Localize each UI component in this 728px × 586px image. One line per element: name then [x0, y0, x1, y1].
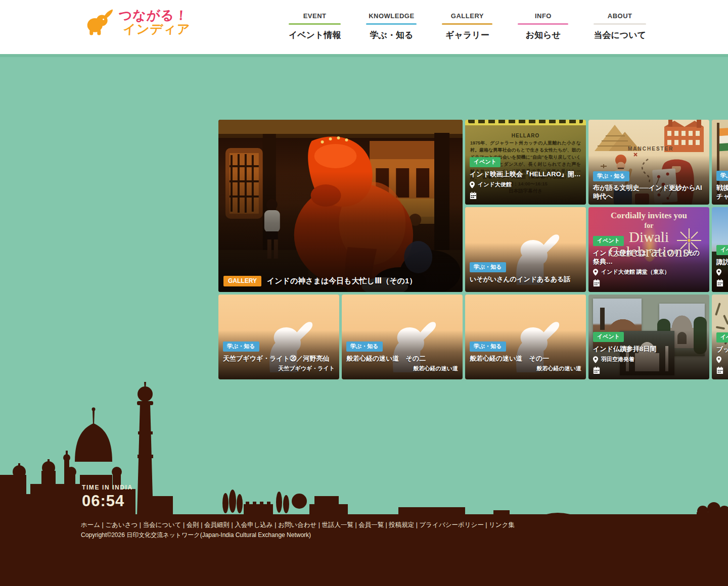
card-title: 布が語る文明史──インド更紗からAI時代へ — [593, 184, 705, 201]
card-subtitle: 般若心経の迷い道 — [346, 365, 458, 372]
calendar-icon — [593, 367, 600, 374]
card-cloth-history[interactable]: MANCHESTER 学ぶ・知る 布が語る文明史──インド更紗からAI時代へ — [588, 120, 709, 205]
card-title: インド大使館では「ディワリ（光の祭典… — [593, 249, 705, 266]
nav-item-info[interactable]: INFO お知らせ — [518, 12, 568, 41]
footer-link-home[interactable]: ホーム — [81, 521, 105, 528]
card-location: インド大使館 講堂（東京） — [601, 268, 670, 276]
nav-jp-label: お知らせ — [526, 29, 561, 41]
map-pin-icon — [593, 356, 598, 363]
logo-text-line2: インディア — [118, 23, 191, 36]
card-title: 諏訪 — [716, 258, 728, 267]
card-title: 天竺ブギウギ・ライト⑳／河野亮仙 — [223, 354, 335, 363]
footer-link-links[interactable]: リンク集 — [489, 521, 515, 528]
card-diwali-event[interactable]: Cordially invites you for Diwali Celebra… — [588, 207, 709, 292]
card-title: 般若心経の迷い道 その一 — [470, 354, 581, 363]
learn-badge: 学ぶ・知る — [593, 171, 629, 181]
event-badge: イベント — [470, 157, 500, 167]
learn-badge: 学ぶ・知る — [470, 262, 506, 272]
featured-title: インドの神さまは今日も大忙しⅢ（その1） — [267, 276, 417, 286]
event-badge: イベント — [716, 245, 728, 255]
card-grid: GALLERY インドの神さまは今日も大忙しⅢ（その1） HELLARO 197… — [218, 120, 728, 379]
card-book-event-clipped[interactable]: イベント ブッ — [712, 295, 728, 379]
nav-underline — [518, 23, 568, 25]
nav-underline — [594, 23, 646, 25]
poster-line1: Cordially invites you — [588, 211, 709, 221]
event-badge: イベント — [716, 332, 728, 343]
footer-link-greeting[interactable]: ごあいさつ — [105, 521, 143, 528]
nav-item-gallery[interactable]: GALLERY ギャラリー — [442, 12, 492, 41]
footer-link-contact[interactable]: お問い合わせ — [278, 521, 322, 528]
footer-link-privacy[interactable]: プライバシーポリシー — [420, 521, 489, 528]
card-tenjiku-boogie[interactable]: 学ぶ・知る 天竺ブギウギ・ライト⑳／河野亮仙 天竺ブギウギ・ライト — [218, 295, 339, 379]
calendar-icon — [716, 279, 723, 286]
nav-jp-label: ギャラリー — [445, 29, 489, 41]
card-title: ブッ — [716, 345, 728, 354]
nav-item-knowledge[interactable]: KNOWLEDGE 学ぶ・知る — [366, 12, 417, 41]
footer-link-about[interactable]: 当会について — [143, 521, 186, 528]
calendar-icon — [716, 367, 723, 374]
site-logo[interactable]: つながる！ インディア — [85, 8, 191, 36]
nav-jp-label: イベント情報 — [289, 29, 341, 41]
logo-text-line1: つながる！ — [118, 9, 191, 22]
footer-link-members[interactable]: 会員一覧 — [358, 521, 389, 528]
footer-link-rules[interactable]: 会則 — [187, 521, 204, 528]
card-location: 羽田空港発着 — [601, 356, 634, 363]
map-pin-icon — [716, 356, 721, 363]
event-badge: イベント — [593, 236, 624, 246]
footer-link-posting-rules[interactable]: 投稿規定 — [389, 521, 419, 528]
event-badge: イベント — [593, 332, 624, 342]
calendar-icon — [593, 279, 600, 286]
footer-link-join[interactable]: 入会申し込み — [235, 521, 278, 528]
site-header: つながる！ インディア EVENT イベント情報 KNOWLEDGE 学ぶ・知る… — [0, 0, 728, 54]
nav-en-label: GALLERY — [451, 12, 484, 20]
time-value: 06:54 — [82, 492, 133, 510]
gallery-badge: GALLERY — [223, 276, 261, 286]
footer-link-organizers[interactable]: 世話人一覧 — [322, 521, 358, 528]
learn-badge: 学ぶ・知る — [346, 341, 383, 352]
nav-underline — [289, 23, 341, 25]
card-subtitle: 天竺ブギウギ・ライト — [223, 365, 335, 372]
nav-jp-label: 当会について — [594, 29, 646, 41]
learn-badge: 学ぶ・知る — [716, 171, 728, 181]
nav-underline — [366, 23, 417, 25]
learn-badge: 学ぶ・知る — [223, 341, 259, 352]
card-postwar-clipped[interactable]: 学ぶ・知る 戦後 チャ — [712, 120, 728, 205]
india-time-widget: TIME IN INDIA 06:54 — [82, 484, 133, 510]
nav-en-label: ABOUT — [608, 12, 632, 20]
card-hellaro-event[interactable]: HELLARO 1975年、グジャラート州カッチの人里離れた小さな村。厳格な男尊… — [465, 120, 586, 205]
elephant-logo-icon — [85, 8, 114, 36]
footer-link-bylaws[interactable]: 会員細則 — [204, 521, 235, 528]
card-featured-gallery[interactable]: GALLERY インドの神さまは今日も大忙しⅢ（その1） — [218, 120, 463, 292]
map-pin-icon — [470, 181, 475, 188]
card-title-line1: 戦後 — [716, 183, 728, 192]
card-pilgrimage-event[interactable]: イベント インド仏蹟参拝8日間 羽田空港発着 — [588, 295, 709, 379]
manchester-label: MANCHESTER — [628, 146, 674, 152]
card-title: 般若心経の迷い道 その二 — [346, 354, 458, 363]
main-nav: EVENT イベント情報 KNOWLEDGE 学ぶ・知る GALLERY ギャラ… — [289, 12, 646, 41]
nav-item-event[interactable]: EVENT イベント情報 — [289, 12, 341, 41]
nav-jp-label: 学ぶ・知る — [370, 29, 414, 41]
footer-links: ホームごあいさつ当会について会則会員細則入会申し込みお問い合わせ世話人一覧会員一… — [81, 521, 515, 529]
copyright-text: Copyright©2026 日印文化交流ネットワーク(Japan-India … — [81, 531, 311, 540]
card-subtitle: 般若心経の迷い道 — [470, 365, 581, 372]
map-pin-icon — [593, 269, 598, 276]
card-title: インド映画上映会『HELLARO』開… — [470, 170, 581, 179]
card-location: インド大使館 — [478, 181, 512, 188]
card-isogai-knowledge[interactable]: 学ぶ・知る いそがいさんのインドあるある話 — [465, 207, 586, 292]
calendar-icon — [470, 192, 477, 199]
card-hannya-one[interactable]: 学ぶ・知る 般若心経の迷い道 その一 般若心経の迷い道 — [465, 295, 586, 379]
time-label: TIME IN INDIA — [82, 484, 133, 491]
card-title-line2: チャ — [716, 192, 728, 201]
nav-en-label: EVENT — [303, 12, 327, 20]
card-suwa-event-clipped[interactable]: イベント 諏訪 — [712, 207, 728, 292]
header-divider — [0, 54, 728, 57]
card-title: いそがいさんのインドあるある話 — [470, 275, 581, 284]
card-title: インド仏蹟参拝8日間 — [593, 345, 705, 354]
nav-underline — [442, 23, 492, 25]
learn-badge: 学ぶ・知る — [470, 341, 506, 352]
nav-en-label: KNOWLEDGE — [369, 12, 414, 20]
card-hannya-two[interactable]: 学ぶ・知る 般若心経の迷い道 その二 般若心経の迷い道 — [342, 295, 463, 379]
map-pin-icon — [716, 269, 721, 276]
nav-item-about[interactable]: ABOUT 当会について — [594, 12, 646, 41]
nav-en-label: INFO — [535, 12, 552, 20]
